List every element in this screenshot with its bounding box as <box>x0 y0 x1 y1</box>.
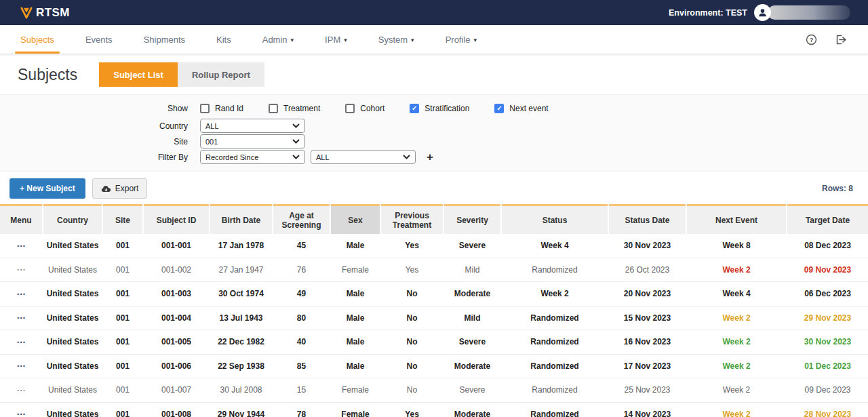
site-select[interactable]: 001 <box>200 134 305 148</box>
cell-country: United States <box>43 361 102 371</box>
column-header-next-event[interactable]: Next Event <box>687 204 786 234</box>
country-select[interactable]: ALL <box>200 119 305 133</box>
cell-age: 49 <box>273 289 330 298</box>
cell-age: 78 <box>273 410 330 417</box>
table-row-001-005: ⋯United States001001-00522 Dec 198240Mal… <box>0 330 868 355</box>
logo-text: RTSM <box>36 6 70 20</box>
nav-tab-ipm[interactable]: IPM▾ <box>325 25 347 54</box>
nav-tab-shipments[interactable]: Shipments <box>144 25 185 54</box>
column-header-birth-date[interactable]: Birth Date <box>210 204 272 234</box>
page-tab-subject-list[interactable]: Subject List <box>99 62 178 87</box>
cell-status: Randomized <box>502 385 608 395</box>
cell-status-date: 25 Nov 2023 <box>609 385 686 395</box>
row-menu-button[interactable]: ⋯ <box>0 241 42 251</box>
export-button[interactable]: Export <box>92 178 148 199</box>
cell-previous-treatment: Yes <box>381 265 443 275</box>
cell-target-date: 06 Dec 2023 <box>787 289 868 298</box>
cell-age: 80 <box>273 313 330 323</box>
cell-site: 001 <box>103 337 142 346</box>
cell-country: United States <box>43 241 102 250</box>
help-icon[interactable]: ? <box>806 34 817 45</box>
chevron-down-icon: ▾ <box>344 37 347 43</box>
cell-site: 001 <box>103 265 142 275</box>
cell-birth-date: 22 Sep 1938 <box>210 361 272 371</box>
column-header-menu[interactable]: Menu <box>0 204 42 234</box>
column-header-sex[interactable]: Sex <box>331 204 380 234</box>
checkbox-unchecked-icon <box>269 104 278 113</box>
cell-age: 15 <box>273 385 330 395</box>
cell-status-date: 14 Nov 2023 <box>609 410 686 417</box>
column-header-country[interactable]: Country <box>43 204 102 234</box>
filter-by-select[interactable]: Recorded Since <box>200 150 305 164</box>
row-menu-button[interactable]: ⋯ <box>0 289 42 299</box>
nav-tab-events[interactable]: Events <box>85 25 113 54</box>
cell-subject-id: 001-003 <box>144 289 209 298</box>
nav-tab-profile[interactable]: Profile▾ <box>446 25 477 54</box>
show-checkbox-group: Rand IdTreatmentCohort✓Stratification✓Ne… <box>200 104 568 113</box>
table-body: ⋯United States001001-00117 Jan 197845Mal… <box>0 234 868 417</box>
table-row-001-007: ⋯United States001001-00730 Jul 200815Fem… <box>0 378 868 403</box>
table-row-001-004: ⋯United States001001-00413 Jul 194380Mal… <box>0 306 868 331</box>
nav-tab-subjects[interactable]: Subjects <box>20 25 54 54</box>
cell-previous-treatment: No <box>381 385 443 395</box>
chevron-down-icon: ▾ <box>291 37 294 43</box>
row-menu-button[interactable]: ⋯ <box>0 409 42 417</box>
filter-value-select-value: ALL <box>316 153 330 161</box>
checkbox-label: Treatment <box>283 104 320 113</box>
page-tab-rollup-report[interactable]: Rollup Report <box>178 62 264 87</box>
row-menu-button[interactable]: ⋯ <box>0 361 42 371</box>
cell-sex: Female <box>331 385 380 395</box>
page-head: Subjects Subject ListRollup Report <box>0 54 868 94</box>
cell-sex: Female <box>331 265 380 275</box>
table-header: MenuCountrySiteSubject IDBirth DateAge a… <box>0 204 868 234</box>
checkbox-checked-icon: ✓ <box>494 104 504 113</box>
rtsm-logo[interactable]: RTSM <box>20 6 70 20</box>
column-header-age-at-screening[interactable]: Age at Screening <box>273 204 330 234</box>
cell-next-event: Week 2 <box>687 361 786 371</box>
cell-status: Randomized <box>502 361 608 371</box>
nav-tab-admin[interactable]: Admin▾ <box>262 25 294 54</box>
column-header-site[interactable]: Site <box>103 204 142 234</box>
cell-country: United States <box>43 313 102 323</box>
checkbox-unchecked-icon <box>200 104 210 113</box>
show-checkbox-cohort[interactable]: Cohort <box>345 104 384 113</box>
logout-icon[interactable] <box>835 34 848 45</box>
column-header-status-date[interactable]: Status Date <box>609 204 686 234</box>
column-header-subject-id[interactable]: Subject ID <box>144 204 209 234</box>
cell-country: United States <box>43 410 102 417</box>
cell-site: 001 <box>103 385 142 395</box>
main-navbar: SubjectsEventsShipmentsKitsAdmin▾IPM▾Sys… <box>0 25 868 54</box>
cell-status-date: 16 Nov 2023 <box>609 337 686 346</box>
cell-target-date: 09 Dec 2023 <box>787 385 868 395</box>
show-checkbox-rand-id[interactable]: Rand Id <box>200 104 243 113</box>
cell-subject-id: 001-006 <box>144 361 209 371</box>
column-header-previous-treatment[interactable]: Previous Treatment <box>381 204 443 234</box>
show-checkbox-treatment[interactable]: Treatment <box>269 104 320 113</box>
filter-value-select[interactable]: ALL <box>311 150 416 164</box>
nav-tab-kits[interactable]: Kits <box>216 25 231 54</box>
cell-previous-treatment: No <box>381 337 443 346</box>
row-menu-button[interactable]: ⋯ <box>0 385 42 395</box>
page-title: Subjects <box>18 66 77 84</box>
column-header-severity[interactable]: Severity <box>444 204 500 234</box>
row-menu-button[interactable]: ⋯ <box>0 337 42 347</box>
row-menu-button[interactable]: ⋯ <box>0 313 42 323</box>
row-menu-button[interactable]: ⋯ <box>0 264 42 275</box>
cell-birth-date: 17 Jan 1978 <box>210 241 272 250</box>
cell-previous-treatment: No <box>381 313 443 323</box>
show-checkbox-next-event[interactable]: ✓Next event <box>494 104 548 113</box>
cell-severity: Severe <box>444 241 500 250</box>
cell-birth-date: 30 Jul 2008 <box>210 385 272 395</box>
column-header-status[interactable]: Status <box>502 204 608 234</box>
user-avatar[interactable] <box>754 4 771 21</box>
cell-status-date: 15 Nov 2023 <box>609 313 686 323</box>
nav-tab-label: Profile <box>446 35 471 45</box>
checkbox-label: Next event <box>509 104 548 113</box>
add-filter-button[interactable]: + <box>427 151 433 163</box>
column-header-target-date[interactable]: Target Date <box>787 204 868 234</box>
new-subject-button[interactable]: + New Subject <box>9 178 85 199</box>
cell-subject-id: 001-001 <box>144 241 209 250</box>
cell-next-event: Week 2 <box>687 313 786 323</box>
nav-tab-system[interactable]: System▾ <box>378 25 414 54</box>
show-checkbox-stratification[interactable]: ✓Stratification <box>410 104 469 113</box>
